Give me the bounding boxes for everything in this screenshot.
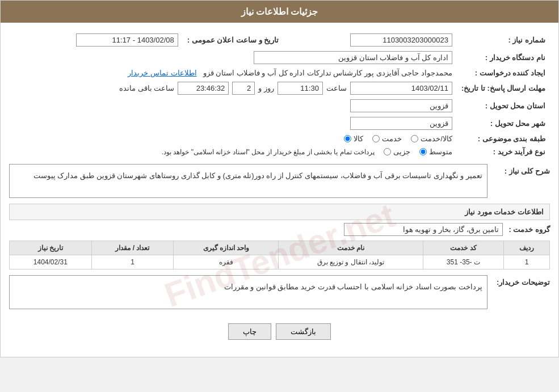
shomara-niaz-label: شماره نیاز : — [457, 31, 550, 49]
noe-jozei-label: جزیی — [393, 147, 410, 156]
button-row: بازگشت چاپ — [9, 315, 550, 348]
shahr-value: قزوین — [350, 117, 452, 130]
saat-value: 11:30 — [278, 82, 323, 95]
cell-tarikh: 1404/02/31 — [10, 255, 92, 269]
tarikh-ilan-value: 1403/02/08 - 11:17 — [76, 33, 178, 47]
cell-vahed: فقره — [174, 255, 279, 269]
rooz-value: 2 — [232, 82, 255, 95]
grouh-value: تامین برق، گاز، بخار و تهویه هوا — [344, 223, 503, 236]
page-wrapper: جزئیات اطلاعات نیاز شماره نیاز : 1103003… — [0, 0, 559, 357]
tabaqe-kala-khidmat-radio[interactable] — [411, 135, 418, 142]
toz-row: توضیحات خریدار: پرداخت بصورت اسناد خزانه… — [9, 275, 550, 309]
tabaqe-kala-radio[interactable] — [344, 135, 351, 142]
grouh-row: گروه خدمت : تامین برق، گاز، بخار و تهویه… — [9, 223, 550, 236]
tarikh-ilan-label: تاریخ و ساعت اعلان عمومی : — [183, 31, 283, 49]
shahr-label: شهر محل تحویل : — [457, 115, 550, 132]
tabaqe-kala[interactable]: کالا — [344, 134, 363, 143]
mohlat-cell: 1403/02/11 ساعت 11:30 روز و 2 23:46:32 س… — [9, 79, 457, 97]
rooz-label: روز و — [258, 84, 274, 92]
toz-content: پرداخت بصورت اسناد خزانه اسلامی با احتسا… — [9, 275, 487, 309]
sharh-label: شرح کلی نیاز : — [493, 164, 550, 175]
baqi-mande-value: 23:46:32 — [178, 82, 229, 95]
tabaqe-cell: کالا/خدمت خدمت کالا — [9, 132, 457, 145]
mohlat-label: مهلت ارسال پاسخ: تا تاریخ: — [457, 79, 550, 97]
noe-jozei-radio[interactable] — [384, 148, 391, 155]
ijad-konande-value: محمدجواد حاجی آقایزدی پور کارشناس تدارکا… — [203, 69, 452, 77]
tabaqe-kala-khidmat-label: کالا/خدمت — [421, 134, 452, 143]
col-kod: کد خدمت — [423, 241, 504, 255]
cell-radif: 1 — [504, 255, 550, 269]
ijad-konande-label: ایجاد کننده درخواست : — [457, 66, 550, 79]
shahr-cell: قزوین — [9, 115, 457, 132]
col-nam: نام خدمت — [279, 241, 423, 255]
ostan-value: قزوین — [350, 99, 452, 112]
cell-nam: تولید، انتقال و توزیع برق — [279, 255, 423, 269]
saat-label: ساعت — [326, 84, 347, 92]
grouh-label: گروه خدمت : — [508, 225, 550, 234]
sharh-content: تعمیر و نگهداری تاسیسات برقی آب و فاضلاب… — [9, 164, 487, 198]
shomara-niaz-cell: 1103003203000023 — [283, 31, 457, 49]
tabaqe-khidmat[interactable]: خدمت — [372, 134, 402, 143]
nam-dastgah-cell: اداره کل آب و فاضلاب استان قزوین — [9, 49, 457, 66]
tarikh-ilan-cell: 1403/02/08 - 11:17 — [9, 31, 183, 49]
ostan-label: استان محل تحویل : — [457, 97, 550, 115]
tabaqe-khidmat-label: خدمت — [382, 134, 402, 143]
ijad-konande-cell: محمدجواد حاجی آقایزدی پور کارشناس تدارکا… — [9, 66, 457, 79]
sharh-content-wrapper: تعمیر و نگهداری تاسیسات برقی آب و فاضلاب… — [9, 164, 487, 198]
info-table-main: شماره نیاز : 1103003203000023 تاریخ و سا… — [9, 31, 550, 158]
khadamat-section-title: اطلاعات خدمات مورد نیاز — [9, 204, 550, 220]
cell-kod: ت -35- 351 — [423, 255, 504, 269]
noe-farayand-label: نوع فرآیند خرید : — [457, 145, 550, 158]
services-table: ردیف کد خدمت نام خدمت واحد اندازه گیری ت… — [9, 241, 550, 269]
table-row: 1 ت -35- 351 تولید، انتقال و توزیع برق ف… — [10, 255, 550, 269]
col-tarikh: تاریخ نیاز — [10, 241, 92, 255]
col-radif: ردیف — [504, 241, 550, 255]
baqi-mande-label: ساعت باقی مانده — [119, 84, 174, 92]
col-tedad: تعداد / مقدار — [91, 241, 174, 255]
sharh-row: شرح کلی نیاز : تعمیر و نگهداری تاسیسات ب… — [9, 164, 550, 198]
noe-jozei[interactable]: جزیی — [384, 147, 410, 156]
noe-motavasit-radio[interactable] — [419, 148, 427, 155]
date-value: 1403/02/11 — [350, 82, 452, 95]
page-header: جزئیات اطلاعات نیاز — [1, 1, 558, 23]
content-area: شماره نیاز : 1103003203000023 تاریخ و سا… — [1, 23, 558, 357]
toz-label: توضیحات خریدار: — [493, 275, 550, 286]
noe-motavasit-label: متوسط — [429, 147, 452, 156]
shomara-niaz-value: 1103003203000023 — [350, 33, 452, 47]
tabaqe-khidmat-radio[interactable] — [372, 135, 380, 142]
noe-farayand-note: پرداخت تمام یا بخشی از مبلغ خریدار از مح… — [162, 148, 375, 156]
tabaqe-kala-khidmat[interactable]: کالا/خدمت — [411, 134, 452, 143]
back-button[interactable]: بازگشت — [276, 323, 331, 340]
noe-farayand-cell: متوسط جزیی پرداخت تمام یا بخشی از مبلغ خ… — [9, 145, 457, 158]
toz-content-wrapper: پرداخت بصورت اسناد خزانه اسلامی با احتسا… — [9, 275, 487, 309]
nam-dastgah-label: نام دستگاه خریدار : — [457, 49, 550, 66]
col-vahed: واحد اندازه گیری — [174, 241, 279, 255]
cell-tedad: 1 — [91, 255, 174, 269]
tabaqe-kala-label: کالا — [354, 134, 363, 143]
ostan-cell: قزوین — [9, 97, 457, 115]
noe-farayand-row: متوسط جزیی پرداخت تمام یا بخشی از مبلغ خ… — [14, 147, 452, 156]
services-table-wrapper: FindTender.net ردیف کد خدمت نام خدمت واح… — [9, 241, 550, 269]
nam-dastgah-value: اداره کل آب و فاضلاب استان قزوین — [254, 51, 452, 64]
page-title: جزئیات اطلاعات نیاز — [241, 7, 318, 16]
print-button[interactable]: چاپ — [228, 323, 271, 340]
tabaqe-radio-group: کالا/خدمت خدمت کالا — [14, 134, 452, 143]
noe-farayand-radio-group: متوسط جزیی — [384, 147, 452, 156]
date-row: 1403/02/11 ساعت 11:30 روز و 2 23:46:32 س… — [14, 82, 452, 95]
tabaqe-label: طبقه بندی موضوعی : — [457, 132, 550, 145]
noe-motavasit[interactable]: متوسط — [419, 147, 452, 156]
ettelaat-tamas-link[interactable]: اطلاعات تماس خریدار — [128, 69, 196, 77]
